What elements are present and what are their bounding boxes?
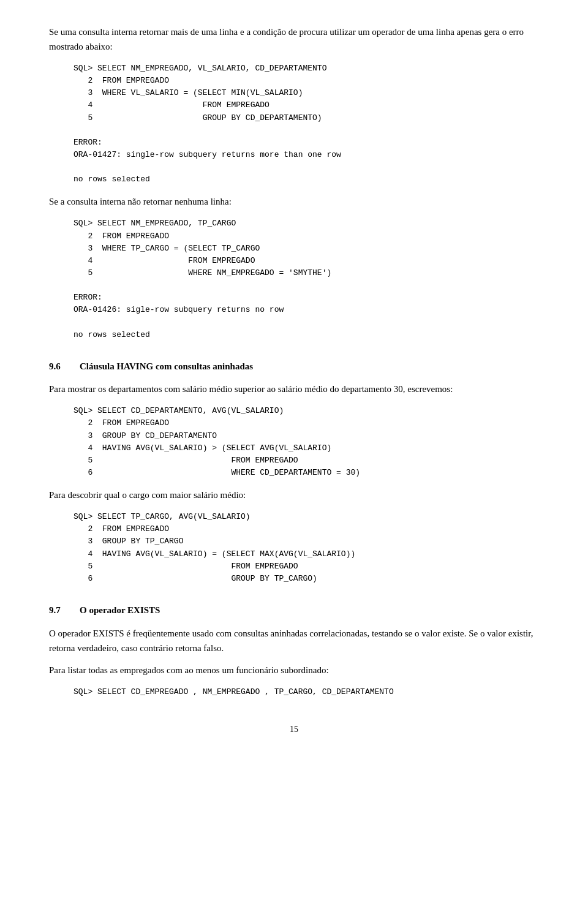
- section-9-7-heading: 9.7 O operador EXISTS: [49, 603, 539, 617]
- paragraph-2: Se a consulta interna não retornar nenhu…: [49, 194, 539, 209]
- paragraph-3: Para descobrir qual o cargo com maior sa…: [49, 488, 539, 502]
- code-block-3: SQL> SELECT CD_DEPARTAMENTO, AVG(VL_SALA…: [74, 405, 539, 479]
- page-number: 15: [49, 723, 539, 736]
- section-9-6-heading: 9.6 Cláusula HAVING com consultas aninha…: [49, 360, 539, 374]
- section-9-6-title: Cláusula HAVING com consultas aninhadas: [80, 360, 253, 374]
- intro-paragraph: Se uma consulta interna retornar mais de…: [49, 25, 539, 54]
- paragraph-final: Para listar todas as empregados com ao m…: [49, 663, 539, 677]
- section-9-6-paragraph: Para mostrar os departamentos com salári…: [49, 382, 539, 396]
- section-9-7-number: 9.7: [49, 603, 67, 617]
- section-9-7-title: O operador EXISTS: [80, 603, 160, 617]
- section-9-7-paragraph-1: O operador EXISTS é freqüentemente usado…: [49, 626, 539, 655]
- code-block-2: SQL> SELECT NM_EMPREGADO, TP_CARGO 2 FRO…: [74, 217, 539, 341]
- code-block-5: SQL> SELECT CD_EMPREGADO , NM_EMPREGADO …: [74, 686, 539, 698]
- code-block-1: SQL> SELECT NM_EMPREGADO, VL_SALARIO, CD…: [74, 62, 539, 186]
- code-block-4: SQL> SELECT TP_CARGO, AVG(VL_SALARIO) 2 …: [74, 511, 539, 585]
- section-9-6-number: 9.6: [49, 360, 67, 374]
